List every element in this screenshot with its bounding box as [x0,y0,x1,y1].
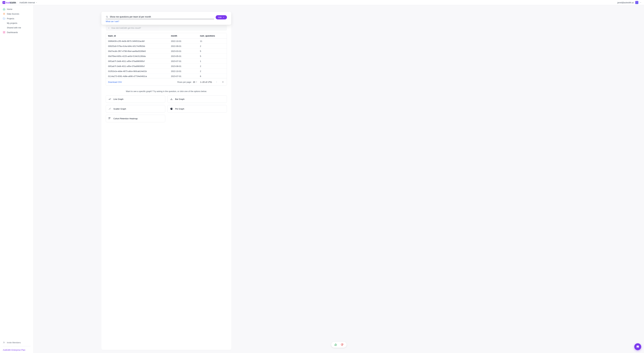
table-row[interactable]: 00d7f0ed-805c-4225-ae5d-f134c51260da2023… [106,54,227,59]
graph-option-label: Scatter Graph [114,108,126,110]
logo-text-ask: Ask [6,1,10,4]
sidebar-item-label: Dashboards [7,31,18,34]
pagination-range: 1–20 of 1751 [200,81,212,83]
table-cell: 2 [198,69,227,74]
graph-option-bar[interactable]: Bar Graph [168,95,227,103]
svg-rect-19 [110,117,110,118]
column-header-num-questions[interactable]: num_questions [198,33,227,39]
thumbs-up-button[interactable] [334,343,338,346]
download-csv-link[interactable]: Download CSV [108,81,122,83]
svg-rect-23 [109,119,109,120]
table-cell: 2022-10-01 [169,39,198,44]
dropdown-triangle-icon [196,81,197,83]
chevron-down-icon [640,2,642,3]
pie-graph-icon [170,107,173,110]
graph-option-line[interactable]: Line Graph [106,95,165,103]
table-cell: 00d7f0ed-805c-4225-ae5d-f134c51260da [106,54,169,59]
graph-option-scatter[interactable]: Scatter Graph [106,105,165,113]
invite-members-button[interactable]: Invite Members [1,340,32,345]
column-header-month[interactable]: month [169,33,198,39]
dashboard-icon [3,31,5,34]
table-row[interactable]: 008fd439-c2f0-4e0b-9670-34f4532acdbf2022… [106,39,227,44]
sidebar-item-my-projects[interactable]: My projects [1,21,32,26]
question-input[interactable] [110,16,214,18]
svg-rect-20 [110,117,111,118]
what-can-i-ask-link[interactable]: What can I ask? [106,20,119,23]
svg-rect-22 [110,118,110,119]
rows-per-page-select[interactable]: 20 [193,81,197,83]
feedback-pill [331,342,346,348]
graph-option-pie[interactable]: Pie Graph [168,105,227,113]
rows-per-page-label: Rows per page: [178,81,192,83]
table-cell: 0114a273-8391-4d8e-a690-d7734e0482ca [106,74,169,78]
thumbs-up-icon [334,343,337,346]
graph-option-cohort[interactable]: Cohort Retention Heatmap [106,115,165,122]
next-page-button[interactable] [221,80,224,84]
arrow-right-icon [222,17,224,18]
table-cell: 2023-07-01 [169,74,198,78]
table-cell: 008fd439-c2f0-4e0b-9670-34f4532acdbf [106,39,169,44]
table-scroll[interactable]: team_id month num_questions 008fd439-c2f… [106,33,227,78]
bar-graph-icon [170,98,173,101]
svg-rect-18 [109,117,109,118]
explain-title: How did AskEdith get this result? [111,27,141,29]
graph-option-label: Bar Graph [175,98,184,100]
table-cell: 2 [198,44,227,49]
table-row[interactable]: 0114a273-8391-4d8e-a690-d7734e0482ca2023… [106,74,227,78]
sidebar: Home Data Sources Projects My projects S… [0,5,34,353]
explain-toggle[interactable]: How did AskEdith get this result? [106,25,227,31]
heatmap-icon [108,117,111,120]
svg-point-14 [109,109,109,110]
table-row[interactable]: 00d7ecdb-2f67-4796-8fa4-aa49a30289e52023… [106,49,227,54]
table-row[interactable]: 0092f2a5-579a-414a-b84c-b5174cff82bb2022… [106,44,227,49]
topbar: ✦ AskEdith AskEdith Internal jared@asked… [0,0,644,5]
sidebar-item-data-sources[interactable]: Data Sources [1,12,32,16]
graph-option-label: Line Graph [114,98,124,100]
workspace-name: AskEdith Internal [20,2,35,4]
graph-hint: Want to see a specific graph? Try asking… [106,90,227,93]
table-cell: 6 [198,74,227,78]
chevron-right-icon [222,81,224,83]
ask-button-label: Ask [218,16,222,19]
thumbs-down-icon [341,343,344,346]
logo[interactable]: ✦ AskEdith [2,1,16,4]
workspace-selector[interactable]: AskEdith Internal [18,2,37,4]
plan-link[interactable]: AskEdith Enterprise Plan [1,347,32,352]
thumbs-down-button[interactable] [340,343,344,346]
svg-rect-5 [3,33,4,33]
table-cell: 00f1ab7f-2eb6-4011-af5e-07ba998365cf [106,64,169,69]
user-menu[interactable]: jared@askedith.ai [618,1,642,4]
sidebar-item-shared-with-me[interactable]: Shared with me [1,26,32,30]
svg-line-25 [107,17,108,18]
svg-rect-3 [3,31,4,32]
table-cell: 0092f2a5-579a-414a-b84c-b5174cff82bb [106,44,169,49]
rows-per-page-value: 20 [193,81,195,83]
table-cell: 00f1ab7f-2eb6-4011-af5e-07ba998365cf [106,59,169,64]
line-graph-icon [108,98,111,101]
sidebar-item-label: Home [7,8,12,10]
svg-rect-21 [109,118,109,119]
table-cell: 5 [198,54,227,59]
table-cell: 2023-03-01 [169,49,198,54]
sidebar-item-dashboards[interactable]: Dashboards [1,30,32,35]
sidebar-item-label: Shared with me [7,27,21,29]
chevron-down-icon [36,2,37,3]
table-cell: 2023-08-01 [169,64,198,69]
sidebar-item-projects[interactable]: Projects [1,16,32,21]
svg-rect-27 [637,346,639,348]
chat-icon [636,345,640,348]
main: How did AskEdith get this result? team_i… [34,5,644,353]
chat-launcher[interactable] [634,343,641,350]
graph-option-label: Cohort Retention Heatmap [114,117,138,120]
prev-page-button[interactable] [215,80,218,84]
ask-button[interactable]: Ask [216,15,227,20]
column-header-team-id[interactable]: team_id [106,33,169,39]
sidebar-item-label: Projects [7,18,14,20]
svg-point-7 [4,342,4,342]
sidebar-item-label: My projects [7,22,17,24]
svg-rect-6 [4,33,5,33]
table-row[interactable]: 00f1ab7f-2eb6-4011-af5e-07ba998365cf2023… [106,59,227,64]
table-row[interactable]: 01052e1e-ebbe-4673-a8ce-9b5cab14e01b2022… [106,69,227,74]
table-row[interactable]: 00f1ab7f-2eb6-4011-af5e-07ba998365cf2023… [106,64,227,69]
sidebar-item-home[interactable]: Home [1,7,32,12]
